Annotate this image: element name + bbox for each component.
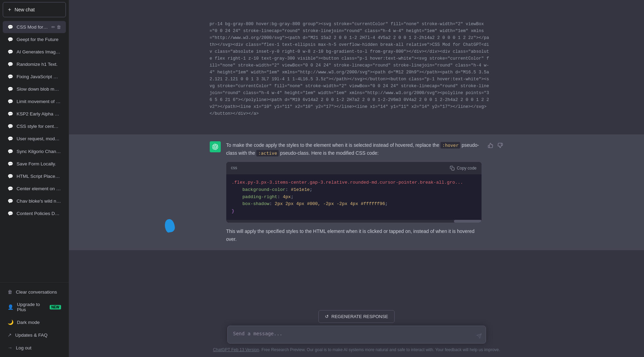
sidebar-item-content-policies[interactable]: 💬 Content Policies Debated — [3, 207, 66, 220]
chat-icon: 💬 — [8, 86, 13, 92]
chat-icon: 💬 — [8, 124, 13, 129]
copy-code-label: Copy code — [457, 166, 476, 171]
conv-label: Slow down blob movement. — [17, 86, 61, 92]
chat-icon: 💬 — [8, 136, 13, 141]
updates-faq-button[interactable]: ↗ Updates & FAQ — [3, 329, 66, 341]
input-row — [227, 326, 486, 345]
conv-label: Chav bloke's wild night. — [17, 198, 61, 204]
raw-code-text: pr-14 bg-gray-800 hover:bg-gray-800 grou… — [210, 22, 489, 116]
code-body: .flex.py-3.px-3.items-center.gap-3.relat… — [226, 174, 482, 220]
sidebar-item-center-element[interactable]: 💬 Center element on screen. — [3, 183, 66, 195]
edit-icon[interactable]: ✏ — [51, 24, 55, 30]
conv-label: Randomize h1 Text. — [17, 62, 61, 67]
conv-label: Center element on screen. — [17, 186, 61, 191]
new-chat-label: New chat — [14, 7, 34, 12]
main-content: pr-14 bg-gray-800 hover:bg-gray-800 grou… — [69, 0, 644, 357]
code-line-3-prop: padding-right — [242, 194, 277, 200]
logout-icon: → — [8, 345, 12, 350]
dark-mode-button[interactable]: 🌙 Dark mode — [3, 316, 66, 328]
conversations-list: 💬 CSS Mod for ChatGPT ✏ 🗑 💬 Geept for th… — [0, 19, 69, 282]
thumbs-down-button[interactable] — [497, 142, 504, 150]
dark-mode-label: Dark mode — [17, 320, 40, 325]
code-line-2-prop: background-color — [242, 187, 286, 192]
code-block: css Copy code .flex.py-3.px-3.items-cent… — [226, 162, 482, 223]
sidebar-item-slow-blob[interactable]: 💬 Slow down blob movement. — [3, 83, 66, 95]
conv-label: Content Policies Debated — [17, 211, 61, 216]
code-line-2-val: #1e1e1e — [291, 187, 310, 192]
message-actions — [487, 141, 504, 243]
chat-icon: 💬 — [8, 161, 13, 166]
footer-note: ChatGPT Feb 13 Version. Free Research Pr… — [213, 347, 500, 355]
conv-label: Fixing JavaScript Code. — [17, 74, 61, 79]
delete-icon[interactable]: 🗑 — [57, 24, 61, 30]
code-header: css Copy code — [226, 162, 482, 174]
chat-icon: 💬 — [8, 24, 13, 30]
code-language-label: css — [231, 165, 237, 172]
code-line-4-prop: box-shadow — [242, 201, 269, 206]
chat-icon: 💬 — [8, 111, 13, 116]
moon-icon: 🌙 — [8, 319, 13, 325]
svg-rect-0 — [452, 167, 454, 170]
log-out-label: Log out — [16, 345, 31, 350]
chat-icon: 💬 — [8, 149, 13, 154]
conv-label: Save Form Locally. — [17, 161, 61, 166]
new-chat-button[interactable]: + New chat — [3, 2, 66, 17]
code-scrollbar[interactable] — [226, 220, 482, 223]
conv-label: AI Generates Image Tags — [17, 49, 61, 54]
conv-label: Geept for the Future — [17, 37, 61, 42]
assistant-text-intro: To make the code apply the styles to the… — [226, 141, 482, 157]
trash-icon: 🗑 — [8, 289, 12, 295]
clear-conversations-label: Clear conversations — [16, 289, 57, 295]
user-icon: 👤 — [8, 304, 13, 310]
new-badge: NEW — [50, 305, 61, 309]
sidebar-item-css-centering[interactable]: 💬 CSS style for centering button — [3, 120, 66, 132]
conv-label: KSP2 Early Alpha Review — [17, 111, 61, 116]
conv-label: User request, model assist. — [17, 136, 61, 141]
sidebar-item-css-mod[interactable]: 💬 CSS Mod for ChatGPT ✏ 🗑 — [3, 21, 66, 33]
chat-icon: 💬 — [8, 99, 13, 104]
sidebar-bottom: 🗑 Clear conversations 👤 Upgrade to Plus … — [0, 282, 69, 357]
clear-conversations-button[interactable]: 🗑 Clear conversations — [3, 286, 66, 298]
sidebar-item-randomize-h1[interactable]: 💬 Randomize h1 Text. — [3, 58, 66, 70]
sidebar-item-sync-kilgorio[interactable]: 💬 Sync Kilgorio Channels 🙂 — [3, 145, 66, 157]
copy-code-button[interactable]: Copy code — [450, 166, 476, 171]
regenerate-button[interactable]: ↺ REGENERATE RESPONSE — [318, 310, 395, 323]
sidebar-item-fixing-js[interactable]: 💬 Fixing JavaScript Code. — [3, 71, 66, 83]
sidebar-item-user-request[interactable]: 💬 User request, model assist. — [3, 133, 66, 145]
code-line-1: .flex.py-3.px-3.items-center.gap-3.relat… — [232, 180, 463, 185]
send-button[interactable] — [476, 333, 482, 340]
chat-area: pr-14 bg-gray-800 hover:bg-gray-800 grou… — [69, 0, 644, 306]
active-pseudo-code: :active — [256, 150, 279, 156]
sidebar-item-ksp2[interactable]: 💬 KSP2 Early Alpha Review — [3, 108, 66, 120]
conv-label: CSS style for centering button — [17, 124, 61, 129]
sidebar-item-save-form[interactable]: 💬 Save Form Locally. — [3, 158, 66, 170]
code-scrollbar-thumb — [454, 220, 482, 223]
conv-label: Sync Kilgorio Channels 🙂 — [17, 149, 61, 154]
code-closing-brace: } — [232, 208, 235, 214]
chat-input[interactable] — [227, 326, 486, 344]
regen-label: REGENERATE RESPONSE — [331, 314, 388, 319]
assistant-message-content: To make the code apply the styles to the… — [226, 141, 482, 243]
log-out-button[interactable]: → Log out — [3, 341, 66, 354]
sidebar-item-ai-tags[interactable]: 💬 AI Generates Image Tags — [3, 46, 66, 58]
assistant-message-block: To make the code apply the styles to the… — [69, 134, 644, 250]
bottom-bar: ↺ REGENERATE RESPONSE ChatGPT Feb 13 Ver… — [69, 306, 644, 357]
upgrade-plus-button[interactable]: 👤 Upgrade to Plus NEW — [3, 298, 66, 316]
code-line-3-val: 4px — [283, 194, 291, 200]
thumbs-up-button[interactable] — [487, 142, 494, 150]
regen-icon: ↺ — [325, 314, 329, 319]
chat-icon: 💬 — [8, 198, 13, 204]
chat-icon: 💬 — [8, 186, 13, 191]
sidebar-item-limit-blob[interactable]: 💬 Limit movement of blob. — [3, 95, 66, 108]
plus-icon: + — [8, 7, 11, 13]
chat-icon: 💬 — [8, 62, 13, 67]
sidebar-item-html-script[interactable]: 💬 HTML Script Placement — [3, 170, 66, 182]
sidebar-item-geept-future[interactable]: 💬 Geept for the Future — [3, 33, 66, 45]
conv-label: Limit movement of blob. — [17, 99, 61, 104]
hover-pseudo-code: :hover — [440, 142, 460, 149]
footer-link[interactable]: ChatGPT Feb 13 Version — [213, 347, 259, 352]
sidebar-item-chav-bloke[interactable]: 💬 Chav bloke's wild night. — [3, 195, 66, 207]
updates-faq-label: Updates & FAQ — [15, 333, 48, 338]
assistant-avatar — [210, 141, 221, 152]
after-code-text: This will apply the specified styles to … — [226, 227, 482, 243]
